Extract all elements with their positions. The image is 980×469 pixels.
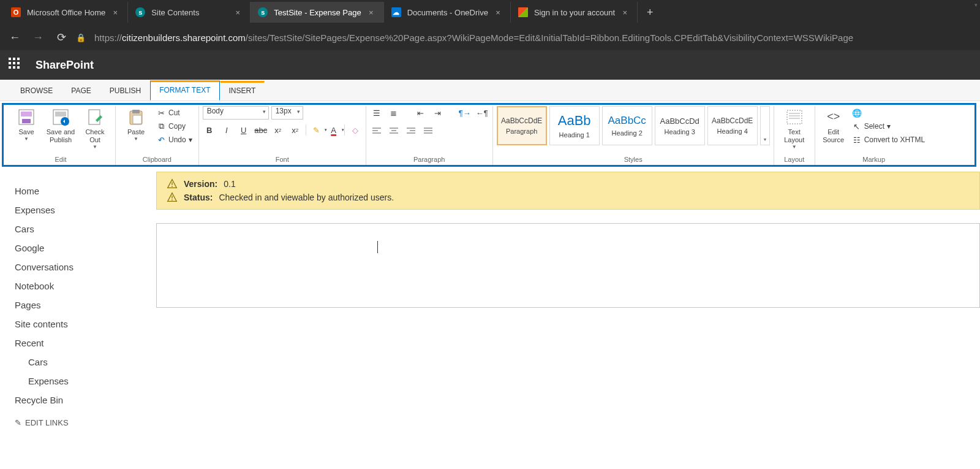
url-field[interactable]: https://citizenbuilders.sharepoint.com/s… xyxy=(94,32,853,43)
edit-source-label: Edit Source xyxy=(820,128,847,144)
reload-button[interactable]: ⟳ xyxy=(53,29,70,46)
font-color-button[interactable]: A▾ xyxy=(327,123,341,137)
style-heading4[interactable]: AaBbCcDdE Heading 4 xyxy=(707,106,758,145)
paste-button[interactable]: Paste ▼ xyxy=(119,106,153,142)
check-out-button[interactable]: Check Out ▼ xyxy=(78,106,111,150)
subscript-button[interactable]: x2 xyxy=(271,123,285,137)
rtl-button[interactable]: ←¶ xyxy=(475,106,489,120)
close-icon[interactable]: × xyxy=(493,7,503,17)
language-select[interactable] xyxy=(864,107,927,119)
strikethrough-button[interactable]: abc xyxy=(254,123,268,137)
browser-tab-active[interactable]: s TestSite - Expense Page × xyxy=(251,2,383,23)
close-icon[interactable]: × xyxy=(110,7,120,17)
tab-title: Site Contents xyxy=(151,8,228,17)
browser-tab[interactable]: s Site Contents × xyxy=(128,2,251,23)
save-publish-button[interactable]: Save and Publish xyxy=(44,106,77,144)
gallery-expand-button[interactable]: ▾ xyxy=(760,106,770,145)
highlight-button[interactable]: ✎▾ xyxy=(310,123,323,137)
edit-links-button[interactable]: ✎ EDIT LINKS xyxy=(15,418,156,427)
align-center-button[interactable] xyxy=(387,124,401,138)
page-editor[interactable] xyxy=(156,223,980,308)
nav-cars[interactable]: Cars xyxy=(15,219,156,238)
select-button[interactable]: ↖ Select ▾ xyxy=(850,120,929,133)
nav-recent[interactable]: Recent xyxy=(15,334,156,353)
new-tab-button[interactable]: + xyxy=(641,4,658,21)
sharepoint-icon: s xyxy=(258,7,268,17)
ribbon-tab-publish[interactable]: PUBLISH xyxy=(100,80,150,101)
superscript-button[interactable]: x2 xyxy=(288,123,302,137)
undo-icon: ↶ xyxy=(156,135,166,145)
justify-button[interactable] xyxy=(421,124,435,138)
style-heading2[interactable]: AaBbCc Heading 2 xyxy=(602,106,652,145)
group-label: Paragraph xyxy=(370,154,489,164)
ribbon-tab-insert[interactable]: INSERT xyxy=(220,81,265,101)
text-layout-button[interactable]: Text Layout ▼ xyxy=(778,106,811,150)
indent-button[interactable]: ⇥ xyxy=(431,106,445,120)
ribbon-tab-page[interactable]: PAGE xyxy=(62,80,100,101)
nav-site-contents[interactable]: Site contents xyxy=(15,315,156,334)
tab-title: Documents - OneDrive xyxy=(407,8,488,17)
nav-google[interactable]: Google xyxy=(15,238,156,257)
nav-conversations[interactable]: Conversations xyxy=(15,257,156,276)
bold-button[interactable]: B xyxy=(203,123,216,137)
close-icon[interactable]: × xyxy=(366,7,376,17)
undo-label: Undo xyxy=(168,135,186,144)
numbering-button[interactable]: ≣ xyxy=(387,106,401,120)
font-size-select[interactable]: 13px xyxy=(271,106,303,120)
style-sample: AaBbCcDdE xyxy=(501,116,542,125)
browser-tab[interactable]: Sign in to your account × xyxy=(511,2,638,23)
save-label: Save xyxy=(18,128,34,136)
style-name: Heading 1 xyxy=(559,131,590,139)
style-paragraph[interactable]: AaBbCcDdE Paragraph xyxy=(497,106,547,145)
browser-tab[interactable]: ☁ Documents - OneDrive × xyxy=(384,2,511,23)
copy-icon: ⧉ xyxy=(156,121,166,131)
edit-links-label: EDIT LINKS xyxy=(25,418,69,427)
nav-recycle-bin[interactable]: Recycle Bin xyxy=(15,391,156,410)
page-body: Home Expenses Cars Google Conversations … xyxy=(0,172,980,427)
forward-button[interactable]: → xyxy=(29,29,47,46)
nav-recent-expenses[interactable]: Expenses xyxy=(15,372,156,391)
text-cursor-icon xyxy=(377,241,378,253)
ltr-button[interactable]: ¶→ xyxy=(458,106,472,120)
edit-source-button[interactable]: <> Edit Source xyxy=(819,106,848,144)
nav-expenses[interactable]: Expenses xyxy=(15,200,156,219)
bullets-button[interactable]: ☰ xyxy=(370,106,383,120)
close-icon[interactable]: × xyxy=(620,7,630,17)
ribbon-group-clipboard: Paste ▼ ✂ Cut ⧉ Copy ↶ Undo ▾ Clipboar xyxy=(116,106,199,165)
outdent-button[interactable]: ⇤ xyxy=(414,106,428,120)
ribbon-tab-browse[interactable]: BROWSE xyxy=(11,80,62,101)
ribbon-body: Save ▼ Save and Publish Check Out ▼ Edit xyxy=(2,103,976,167)
style-sample: AaBb xyxy=(558,113,591,129)
cut-button[interactable]: ✂ Cut xyxy=(154,106,195,120)
microsoft-icon xyxy=(518,7,528,17)
align-left-button[interactable] xyxy=(370,124,383,138)
convert-icon: ☷ xyxy=(852,135,862,145)
style-sample: AaBbCc xyxy=(608,115,646,127)
nav-notebook[interactable]: Notebook xyxy=(15,276,156,296)
paste-icon xyxy=(126,107,146,127)
scissors-icon: ✂ xyxy=(156,108,166,118)
align-right-button[interactable] xyxy=(404,124,418,138)
text-layout-icon xyxy=(785,107,804,127)
copy-button[interactable]: ⧉ Copy xyxy=(154,120,195,133)
nav-pages[interactable]: Pages xyxy=(15,296,156,315)
svg-rect-2 xyxy=(22,119,31,123)
app-launcher-icon[interactable] xyxy=(9,58,23,72)
convert-xhtml-button[interactable]: ☷ Convert to XHTML xyxy=(850,133,929,147)
style-heading3[interactable]: AaBbCcDd Heading 3 xyxy=(655,106,705,145)
style-heading1[interactable]: AaBb Heading 1 xyxy=(549,106,600,145)
address-bar: ← → ⟳ 🔒 https://citizenbuilders.sharepoi… xyxy=(0,25,980,50)
close-icon[interactable]: × xyxy=(233,7,243,17)
save-button[interactable]: Save ▼ xyxy=(10,106,43,142)
ribbon-tab-format-text[interactable]: FORMAT TEXT xyxy=(150,80,219,101)
font-name-select[interactable]: Body xyxy=(203,106,269,120)
chevron-down-icon: ▼ xyxy=(92,144,97,150)
nav-recent-cars[interactable]: Cars xyxy=(15,353,156,372)
italic-button[interactable]: I xyxy=(220,123,233,137)
undo-button[interactable]: ↶ Undo ▾ xyxy=(154,133,195,147)
clear-format-button[interactable]: ◇ xyxy=(349,123,362,137)
underline-button[interactable]: U xyxy=(237,123,251,137)
browser-tab[interactable]: O Microsoft Office Home × xyxy=(4,2,128,23)
back-button[interactable]: ← xyxy=(6,29,23,46)
nav-home[interactable]: Home xyxy=(15,181,156,200)
